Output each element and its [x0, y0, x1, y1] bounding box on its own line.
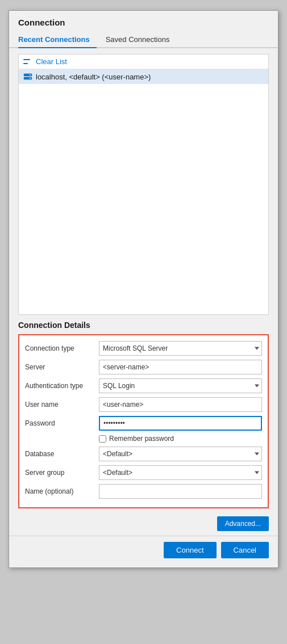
server-input-wrapper [99, 360, 262, 374]
svg-point-3 [30, 78, 31, 79]
server-group-select[interactable]: <Default> [99, 465, 262, 480]
server-input[interactable] [99, 360, 262, 374]
connection-type-row: Connection type Microsoft SQL Server [25, 341, 262, 356]
connection-dialog: Connection Recent Connections Saved Conn… [9, 10, 278, 568]
auth-type-wrapper: SQL Login [99, 378, 262, 393]
cancel-button[interactable]: Cancel [221, 542, 269, 558]
password-label: Password [25, 419, 99, 427]
connection-item[interactable]: localhost, <default> (<user-name>) [19, 69, 268, 84]
auth-type-select[interactable]: SQL Login [99, 378, 262, 393]
connect-button[interactable]: Connect [164, 542, 216, 558]
connection-type-wrapper: Microsoft SQL Server [99, 341, 262, 356]
username-input[interactable] [99, 397, 262, 412]
clear-list-icon [23, 58, 32, 66]
connections-panel: Clear List localhost, <default> (<user-n… [18, 54, 269, 315]
password-input[interactable] [99, 416, 262, 431]
advanced-button[interactable]: Advanced... [217, 516, 269, 531]
connection-text: localhost, <default> (<user-name>) [36, 73, 151, 81]
database-label: Database [25, 450, 99, 458]
name-input[interactable] [99, 484, 262, 499]
server-icon [23, 72, 32, 81]
footer-buttons: Connect Cancel [9, 536, 278, 567]
remember-password-row: Remember password [99, 435, 262, 443]
server-label: Server [25, 363, 99, 371]
database-row: Database <Default> [25, 447, 262, 461]
tab-recent-connections[interactable]: Recent Connections [18, 32, 97, 48]
clear-list-label: Clear List [36, 57, 67, 66]
advanced-btn-row: Advanced... [9, 512, 278, 536]
username-row: User name [25, 397, 262, 412]
dialog-title: Connection [9, 11, 278, 32]
details-form: Connection type Microsoft SQL Server Ser… [18, 334, 269, 508]
server-row: Server [25, 360, 262, 374]
server-group-wrapper: <Default> [99, 465, 262, 480]
name-input-wrapper [99, 484, 262, 499]
auth-type-row: Authentication type SQL Login [25, 378, 262, 393]
tab-saved-connections[interactable]: Saved Connections [106, 32, 177, 48]
name-label: Name (optional) [25, 487, 99, 495]
clear-list-button[interactable]: Clear List [19, 54, 268, 69]
details-title: Connection Details [18, 321, 269, 330]
name-row: Name (optional) [25, 484, 262, 499]
connection-type-label: Connection type [25, 344, 99, 352]
tabs-bar: Recent Connections Saved Connections [9, 32, 278, 48]
database-select[interactable]: <Default> [99, 447, 262, 461]
details-section: Connection Details Connection type Micro… [9, 315, 278, 512]
password-input-wrapper [99, 416, 262, 431]
database-wrapper: <Default> [99, 447, 262, 461]
username-input-wrapper [99, 397, 262, 412]
remember-password-label: Remember password [109, 435, 174, 443]
username-label: User name [25, 401, 99, 409]
auth-type-label: Authentication type [25, 382, 99, 390]
connection-type-select[interactable]: Microsoft SQL Server [99, 341, 262, 356]
password-row: Password [25, 416, 262, 431]
server-group-label: Server group [25, 469, 99, 477]
svg-point-2 [30, 74, 31, 75]
remember-password-checkbox[interactable] [99, 435, 106, 443]
server-group-row: Server group <Default> [25, 465, 262, 480]
